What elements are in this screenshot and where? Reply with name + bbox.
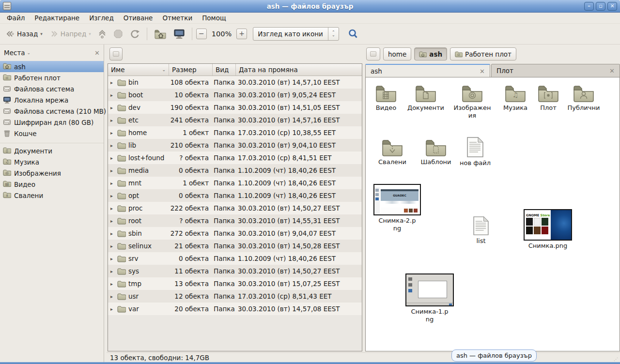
expander-triangle-icon[interactable]: ▸ bbox=[110, 168, 115, 173]
expander-triangle-icon[interactable]: ▸ bbox=[110, 143, 115, 148]
image-item-snimka1[interactable]: Снимка-1.png bbox=[404, 273, 455, 324]
table-row[interactable]: ▸ lost+found ? обекта Папка 17.03.2010 (… bbox=[108, 152, 362, 164]
expander-triangle-icon[interactable]: ▸ bbox=[110, 243, 115, 249]
expander-triangle-icon[interactable]: ▸ bbox=[110, 181, 115, 186]
folder-item-documents[interactable]: Документи bbox=[406, 84, 445, 112]
table-row[interactable]: ▸ sys 11 обекта Папка 30.03.2010 (вт) 14… bbox=[108, 265, 362, 277]
table-row[interactable]: ▸ srv 0 обекта Папка 1.10.2009 (чт) 18,4… bbox=[108, 252, 362, 265]
icon-view[interactable]: Видео Документи Изображения ♫ bbox=[365, 77, 620, 351]
expander-triangle-icon[interactable]: ▸ bbox=[110, 80, 115, 85]
expander-triangle-icon[interactable]: ▸ bbox=[110, 105, 115, 110]
sidebar-item-pictures[interactable]: ◎ Изображения bbox=[0, 167, 104, 179]
file-item-new-file[interactable]: нов файл bbox=[458, 136, 493, 167]
expander-triangle-icon[interactable]: ▸ bbox=[110, 281, 115, 287]
sidebar-item-documents[interactable]: ▯ Документи bbox=[0, 145, 104, 156]
sidebar-item-local-network[interactable]: Локална мрежа bbox=[0, 94, 104, 106]
sidebar-title[interactable]: Места bbox=[4, 49, 25, 57]
computer-button[interactable] bbox=[170, 26, 188, 42]
expander-triangle-icon[interactable]: ▸ bbox=[110, 306, 115, 312]
resize-grip[interactable]: ⋰ bbox=[614, 357, 619, 362]
table-row[interactable]: ▸ media 0 обекта Папка 1.10.2009 (чт) 18… bbox=[108, 164, 362, 177]
search-button[interactable] bbox=[345, 27, 361, 41]
sidebar-item-filesystem-210mb[interactable]: Файлова система (210 MB) bbox=[0, 106, 104, 117]
view-mode-select[interactable]: Изглед като икони ⌃⌄ bbox=[253, 27, 339, 41]
menu-edit[interactable]: Редактиране bbox=[30, 13, 84, 23]
table-row[interactable]: ▸ boot 10 обекта Папка 30.03.2010 (вт) 9… bbox=[108, 89, 362, 101]
folder-item-templates[interactable]: Шаблони bbox=[419, 138, 453, 166]
tab-close-icon[interactable]: ✕ bbox=[475, 68, 485, 75]
back-button[interactable]: Назад ▾ bbox=[3, 28, 46, 40]
sidebar-item-music[interactable]: ♫ Музика bbox=[0, 156, 104, 167]
table-row[interactable]: ▸ etc 241 обекта Папка 30.03.2010 (вт) 1… bbox=[108, 114, 362, 126]
menu-bookmarks[interactable]: Отметки bbox=[157, 13, 197, 23]
table-row[interactable]: ▸ root ? обекта Папка 30.03.2010 (вт) 14… bbox=[108, 214, 362, 227]
table-row[interactable]: ▸ usr 12 обекта Папка 17.03.2010 (ср) 8,… bbox=[108, 290, 362, 303]
minimize-button[interactable]: – bbox=[584, 2, 594, 11]
table-row[interactable]: ▸ tmp 13 обекта Папка 30.03.2010 (вт) 15… bbox=[108, 277, 362, 290]
folder-item-pictures[interactable]: Изображения bbox=[450, 84, 495, 120]
expander-triangle-icon[interactable]: ▸ bbox=[110, 92, 115, 98]
expander-triangle-icon[interactable]: ▸ bbox=[110, 269, 115, 274]
pathbar-ash-button[interactable]: ash bbox=[414, 47, 447, 61]
expander-triangle-icon[interactable]: ▸ bbox=[110, 155, 115, 161]
expander-triangle-icon[interactable]: ▸ bbox=[110, 206, 115, 211]
sidebar-item-filesystem[interactable]: Файлова система bbox=[0, 83, 104, 94]
column-header-name[interactable]: Име ⌄ bbox=[108, 64, 169, 76]
pathbar-root-button[interactable] bbox=[109, 47, 123, 61]
table-row[interactable]: ▸ opt 0 обекта Папка 1.10.2009 (чт) 18,4… bbox=[108, 189, 362, 202]
pathbar-root-button[interactable] bbox=[366, 47, 380, 61]
tab-plot[interactable]: Плот ✕ bbox=[491, 64, 620, 77]
pathbar-home-button[interactable]: home bbox=[383, 47, 411, 61]
stop-button[interactable] bbox=[110, 27, 126, 41]
column-header-type[interactable]: Вид bbox=[213, 64, 236, 76]
expander-triangle-icon[interactable]: ▸ bbox=[110, 256, 115, 261]
up-button[interactable] bbox=[95, 27, 109, 41]
expander-triangle-icon[interactable]: ▸ bbox=[110, 294, 115, 299]
table-row[interactable]: ▸ proc 222 обекта Папка 30.03.2010 (вт) … bbox=[108, 202, 362, 214]
table-row[interactable]: ▸ sbin 272 обекта Папка 30.03.2010 (вт) … bbox=[108, 227, 362, 240]
expander-triangle-icon[interactable]: ▸ bbox=[110, 231, 115, 236]
sidebar-close-icon[interactable]: ✕ bbox=[94, 49, 100, 57]
column-header-date[interactable]: Дата на промяна bbox=[236, 64, 362, 76]
expander-triangle-icon[interactable]: ▸ bbox=[110, 130, 115, 136]
table-row[interactable]: ▸ mnt 1 обект Папка 1.10.2009 (чт) 18,40… bbox=[108, 177, 362, 189]
sidebar-item-encrypted-80gb[interactable]: Шифриран дял (80 GB) bbox=[0, 117, 104, 128]
sidebar-item-trash[interactable]: Кошче bbox=[0, 128, 104, 139]
expander-triangle-icon[interactable]: ▸ bbox=[110, 218, 115, 224]
forward-button[interactable]: Напред ▾ bbox=[46, 28, 94, 40]
sidebar-item-desktop[interactable]: ▫ Работен плот bbox=[0, 72, 104, 83]
column-header-size[interactable]: Размер bbox=[169, 64, 213, 76]
zoom-in-button[interactable]: + bbox=[236, 29, 247, 39]
maximize-button[interactable]: ▫ bbox=[596, 2, 605, 11]
sidebar-item-video[interactable]: ▤ Видео bbox=[0, 179, 104, 190]
table-row[interactable]: ▸ bin 108 обекта Папка 30.03.2010 (вт) 1… bbox=[108, 76, 362, 89]
table-row[interactable]: ▸ dev 190 обекта Папка 30.03.2010 (вт) 1… bbox=[108, 101, 362, 114]
table-row[interactable]: ▸ var 20 обекта Папка 30.03.2010 (вт) 14… bbox=[108, 303, 362, 315]
folder-item-video[interactable]: Видео bbox=[372, 84, 401, 112]
folder-item-music[interactable]: ♫ Музика bbox=[499, 84, 531, 112]
expander-triangle-icon[interactable]: ▸ bbox=[110, 193, 115, 198]
menu-help[interactable]: Помощ bbox=[197, 13, 231, 23]
tab-close-icon[interactable]: ✕ bbox=[604, 67, 615, 75]
menu-file[interactable]: Файл bbox=[2, 13, 30, 23]
sidebar-item-downloads[interactable]: ↓ Свалени bbox=[0, 190, 104, 201]
table-row[interactable]: ▸ home 1 обект Папка 17.03.2010 (ср) 10,… bbox=[108, 126, 362, 139]
expander-triangle-icon[interactable]: ▸ bbox=[110, 118, 115, 123]
home-button[interactable] bbox=[151, 27, 170, 41]
folder-item-downloads[interactable]: Свалени bbox=[376, 138, 408, 166]
folder-item-public[interactable]: Публични bbox=[564, 84, 603, 112]
table-row[interactable]: ▸ lib 210 обекта Папка 30.03.2010 (вт) 9… bbox=[108, 139, 362, 152]
menu-view[interactable]: Изглед bbox=[84, 13, 119, 23]
close-button[interactable]: ✕ bbox=[607, 2, 617, 11]
image-item-snimka2[interactable]: GUADEC Снимка-2.png bbox=[372, 184, 422, 233]
folder-item-desktop[interactable]: Плот bbox=[535, 84, 561, 112]
file-item-list[interactable]: list bbox=[467, 216, 495, 245]
image-item-snimka[interactable]: GNOME Store Снимка.png bbox=[523, 209, 573, 250]
sidebar-item-ash[interactable]: ash bbox=[0, 61, 104, 72]
reload-button[interactable] bbox=[127, 27, 143, 41]
menu-go[interactable]: Отиване bbox=[119, 13, 158, 23]
table-row[interactable]: ▸ selinux 21 обекта Папка 30.03.2010 (вт… bbox=[108, 240, 362, 252]
zoom-out-button[interactable]: − bbox=[196, 29, 207, 39]
tab-ash[interactable]: ash ✕ bbox=[365, 64, 490, 77]
pathbar-desktop-button[interactable]: ▫ Работен плот bbox=[450, 47, 516, 61]
